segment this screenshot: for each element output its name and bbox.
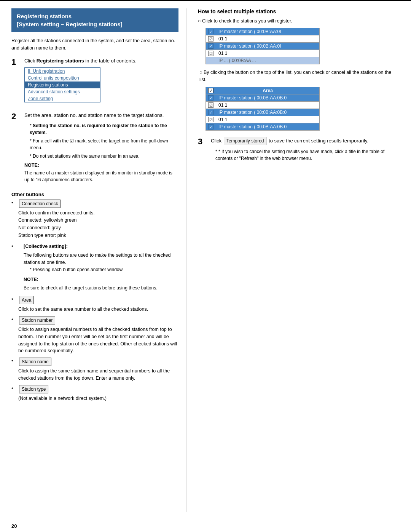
how-to-bullet1: Click to check the stations you will reg… [198, 18, 400, 25]
intro-text: Register all the stations connected in t… [11, 37, 178, 52]
step1: 1 Click Registering stations in the tabl… [11, 57, 178, 107]
connection-check-item: • Connection check Click to confirm the … [11, 200, 178, 240]
area-button-desc: Click to set the same area number to all… [18, 306, 148, 313]
table-row: ✓ IP master station ( 00:0B:AA:0B:0 [206, 109, 320, 116]
how-to-select-title: How to select multiple stations [198, 8, 400, 14]
table-row: IP ... ( 00:0B:AA ... [206, 57, 320, 64]
section-header: Registering stations [System setting – R… [11, 8, 178, 32]
table-row: ✓ IP master station ( 00:0B:AA:0B:0 [206, 94, 320, 102]
other-buttons-section: Other buttons • Connection check Click t… [11, 192, 178, 402]
station-type-item: • Station type (Not available in a netwo… [11, 385, 178, 402]
connection-check-desc: Click to confirm the connected units. [18, 209, 95, 217]
page-footer: 20 [0, 520, 411, 532]
page: Registering stations [System setting – R… [0, 0, 411, 532]
station-name-item: • Station name Click to assign the same … [11, 358, 178, 382]
station-number-item: • Station number Click to assign sequent… [11, 316, 178, 355]
table-row: ☑ 01 1 [206, 35, 320, 42]
status-connected: Connected: yellowish green [18, 216, 95, 224]
other-buttons-title: Other buttons [11, 192, 178, 197]
step2: 2 Set the area, station no. and station … [11, 112, 178, 186]
step1-number: 1 [11, 57, 22, 67]
nav-item-advanced-stations[interactable]: Advanced station settings [25, 88, 100, 95]
step3: 3 Click Temporarily stored to save the c… [198, 137, 400, 163]
step2-bullet1: * For a cell with the ☑ mark, select the… [30, 137, 178, 151]
table-header-row: ✓ Area [206, 87, 320, 94]
area-button[interactable]: Area [19, 296, 34, 304]
table-row: ☑ 01 1 [206, 102, 320, 109]
station-number-desc: Click to assign sequential numbers to al… [18, 326, 178, 355]
left-column: Registering stations [System setting – R… [11, 8, 186, 512]
status-not-connected: Not connected: gray [18, 224, 95, 232]
nav-item-registering-stations[interactable]: Registering stations [25, 81, 100, 88]
step2-number: 2 [11, 112, 22, 121]
step1-text: Click Registering stations in the table … [24, 57, 178, 65]
station-table-1: ✓ IP master station ( 00:0B:AA:0I ☑ 01 1… [206, 28, 320, 64]
table-row: ✓ IP master station ( 00:0B:AA:0I [206, 42, 320, 50]
collective-setting-title: [Collective setting]: [24, 243, 178, 250]
nav-item-control-units[interactable]: Control units composition [25, 75, 100, 81]
table-row: ☑ 01 1 [206, 116, 320, 123]
station-name-desc: Click to assign the same station name an… [18, 367, 178, 382]
table-row: ✓ IP master station ( 00:0B:AA:0I [206, 28, 320, 35]
step2-bullet2: * Do not set stations with the same numb… [30, 153, 178, 160]
station-name-button[interactable]: Station name [19, 358, 51, 366]
step3-text: Click Temporarily stored to save the cur… [211, 137, 400, 145]
nav-item-zone-setting[interactable]: Zone setting [25, 95, 100, 102]
step1-content: Click Registering stations in the table … [24, 57, 178, 107]
page-number: 20 [11, 523, 17, 529]
collective-setting-subnote: * Pressing each button opens another win… [30, 266, 178, 273]
station-type-desc: (Not available in a network direct syste… [18, 395, 107, 402]
step2-text: Set the area, station no. and station na… [24, 112, 178, 119]
nav-item-unit-registration[interactable]: II. Unit registration [25, 68, 100, 75]
station-number-button[interactable]: Station number [19, 316, 55, 324]
area-button-item: • Area Click to set the same area number… [11, 296, 178, 313]
step2-note: NOTE: The name of a master station displ… [24, 163, 178, 183]
step2-content: Set the area, station no. and station na… [24, 112, 178, 186]
connection-check-button[interactable]: Connection check [19, 200, 61, 208]
table-row: ✓ IP master station ( 00:0B:AA:0B:0 [206, 123, 320, 131]
station-table-2: ✓ Area ✓ IP master station ( 00:0B:AA:0B… [206, 87, 320, 131]
section-title-line1: Registering stations [17, 13, 72, 19]
how-to-bullet2: ○ By clicking the button on the top of t… [198, 69, 400, 83]
temporarily-stored-button[interactable]: Temporarily stored [224, 137, 267, 145]
collective-setting-item: • [Collective setting]: The following bu… [11, 243, 178, 294]
section-title-line2: [System setting – Registering stations] [17, 21, 123, 27]
step2-required-note: * Setting the station no. is required to… [30, 122, 178, 160]
nav-menu-box: II. Unit registration Control units comp… [24, 67, 100, 102]
status-error: Station type error: pink [18, 232, 95, 239]
step3-note: * If you wish to cancel the setting resu… [215, 148, 400, 162]
collective-setting-desc: The following buttons are used to make t… [24, 252, 178, 266]
right-column: How to select multiple stations Click to… [186, 8, 400, 512]
station-type-button[interactable]: Station type [19, 385, 48, 393]
step3-number: 3 [198, 137, 209, 147]
collective-note: NOTE: Be sure to check all the target st… [24, 276, 178, 292]
table-row: ☑ 01 1 [206, 50, 320, 57]
